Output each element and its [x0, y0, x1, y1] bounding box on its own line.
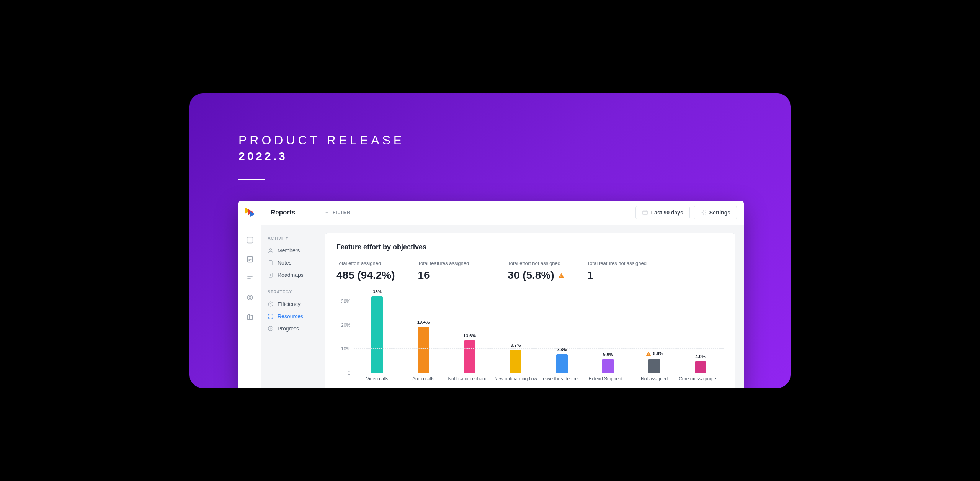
metric-value: 30 (5.8%): [508, 269, 564, 281]
svg-rect-0: [643, 211, 647, 215]
chart-bar[interactable]: [510, 350, 521, 373]
metric-total-features-not-assigned: Total features not assigned 1: [587, 260, 670, 281]
overlay-title-line2: 2022.3: [238, 150, 405, 163]
chart-y-tick: 30%: [341, 299, 350, 304]
metric-total-features-assigned: Total features assigned 16: [418, 260, 492, 281]
chart-bar-value-label: 7.8%: [557, 347, 567, 352]
settings-button[interactable]: Settings: [694, 206, 737, 219]
overlay-title-line1: PRODUCT RELEASE: [238, 133, 405, 147]
svg-rect-2: [247, 237, 253, 243]
chart-bar[interactable]: [418, 327, 429, 373]
chart-gridline: [354, 301, 724, 301]
rail-item-building[interactable]: [246, 312, 254, 321]
sidebar-item-resources[interactable]: Resources: [261, 310, 321, 322]
metric-value: 1: [587, 269, 647, 281]
chart-x-label: Not assigned: [631, 376, 678, 381]
sidebar-item-members[interactable]: Members: [261, 244, 321, 257]
icon-rail: [238, 225, 261, 388]
rail-item-target[interactable]: [246, 293, 254, 302]
sidebar-item-notes[interactable]: Notes: [261, 257, 321, 269]
app-logo[interactable]: [238, 201, 261, 225]
metric-label: Total effort assigned: [336, 260, 395, 266]
svg-rect-8: [269, 273, 272, 277]
rail-item-board[interactable]: [246, 236, 254, 244]
warning-icon: [558, 273, 564, 278]
metrics-row: Total effort assigned 485 (94.2%) Total …: [336, 260, 724, 282]
target-icon: [246, 294, 254, 301]
sidebar-item-efficiency[interactable]: Efficiency: [261, 298, 321, 310]
sidebar: ACTIVITY Members Notes Roadmaps: [261, 225, 321, 388]
chart-bar-column: 19.4%: [400, 290, 447, 373]
chart-bar-column: 4.9%: [677, 290, 724, 373]
chart-x-label: New onboarding flow: [493, 376, 539, 381]
chart-bar-column: 7.8%: [539, 290, 585, 373]
lines-icon: [246, 275, 254, 282]
chart-bar[interactable]: [648, 359, 660, 373]
chart-x-label: Notification enhanc...: [446, 376, 493, 381]
calendar-icon: [642, 209, 648, 216]
focus-icon: [268, 313, 274, 319]
chart-bar-value-label: 33%: [373, 290, 382, 294]
metric-label: Total effort not assigned: [508, 260, 564, 266]
chart-y-tick: 0: [348, 370, 350, 376]
sidebar-item-progress[interactable]: Progress: [261, 322, 321, 335]
svg-point-5: [249, 296, 251, 298]
overlay-title: PRODUCT RELEASE 2022.3: [238, 133, 405, 180]
chart-bar-value-label: 5.8%: [603, 352, 613, 357]
metric-total-effort-not-assigned: Total effort not assigned 30 (5.8%): [508, 260, 587, 281]
sidebar-item-label: Notes: [278, 260, 292, 266]
chart-x-label: Core messaging en...: [677, 376, 724, 381]
settings-label: Settings: [709, 209, 730, 216]
chart-bar[interactable]: [371, 296, 383, 373]
chart-bar-column: 13.6%: [446, 290, 493, 373]
filter-label: FILTER: [333, 210, 350, 215]
svg-point-4: [247, 295, 252, 300]
overlay-rule: [238, 179, 265, 180]
warning-icon: [646, 352, 651, 356]
chart-plot-area: 33%19.4%13.6%9.7%7.8%5.8%5.8%4.9% Video …: [354, 290, 724, 381]
play-circle-icon: [268, 326, 274, 332]
sidebar-item-label: Members: [278, 247, 300, 254]
chart-bar-column: 33%: [354, 290, 400, 373]
page-title: Reports: [271, 209, 320, 216]
clipboard-list-icon: [268, 272, 274, 278]
sidebar-group-activity: ACTIVITY: [261, 234, 321, 244]
main-area: Feature effort by objectives Total effor…: [321, 225, 744, 388]
rail-item-notes[interactable]: [246, 255, 254, 263]
sidebar-item-label: Efficiency: [278, 301, 301, 307]
chart-bar-value-label: 9.7%: [511, 343, 521, 347]
filter-icon: [324, 210, 330, 215]
chart-bar[interactable]: [464, 340, 475, 373]
chart-bar-column: 5.8%: [585, 290, 631, 373]
chart-bar[interactable]: [695, 361, 706, 373]
chart-bar[interactable]: [556, 354, 568, 373]
clipboard-icon: [268, 260, 274, 266]
chart-x-label: Leave threaded rep...: [539, 376, 585, 381]
sidebar-item-roadmaps[interactable]: Roadmaps: [261, 269, 321, 281]
svg-rect-7: [269, 260, 272, 265]
building-icon: [246, 313, 254, 321]
metric-label: Total features not assigned: [587, 260, 647, 266]
metric-value: 485 (94.2%): [336, 269, 395, 281]
svg-point-1: [702, 212, 704, 213]
metric-label: Total features assigned: [418, 260, 469, 266]
sidebar-item-label: Progress: [278, 326, 299, 332]
metric-value: 16: [418, 269, 469, 281]
filter-button[interactable]: FILTER: [324, 210, 350, 215]
gear-icon: [700, 209, 706, 216]
chart-bar[interactable]: [602, 359, 614, 373]
sidebar-group-strategy: STRATEGY: [261, 288, 321, 298]
bar-chart: 010%20%30% 33%19.4%13.6%9.7%7.8%5.8%5.8%…: [336, 290, 724, 381]
notes-icon: [246, 255, 254, 263]
chart-gridline: [354, 325, 724, 325]
date-range-button[interactable]: Last 90 days: [635, 206, 690, 219]
rail-item-lines[interactable]: [246, 274, 254, 283]
metric-separator: [492, 260, 492, 282]
chart-x-label: Audio calls: [400, 376, 447, 381]
chart-bar-column: 9.7%: [493, 290, 539, 373]
chart-x-label: Video calls: [354, 376, 400, 381]
chart-y-axis: 010%20%30%: [336, 290, 354, 381]
user-icon: [268, 247, 274, 254]
clock-icon: [268, 301, 274, 307]
date-range-label: Last 90 days: [651, 209, 683, 216]
